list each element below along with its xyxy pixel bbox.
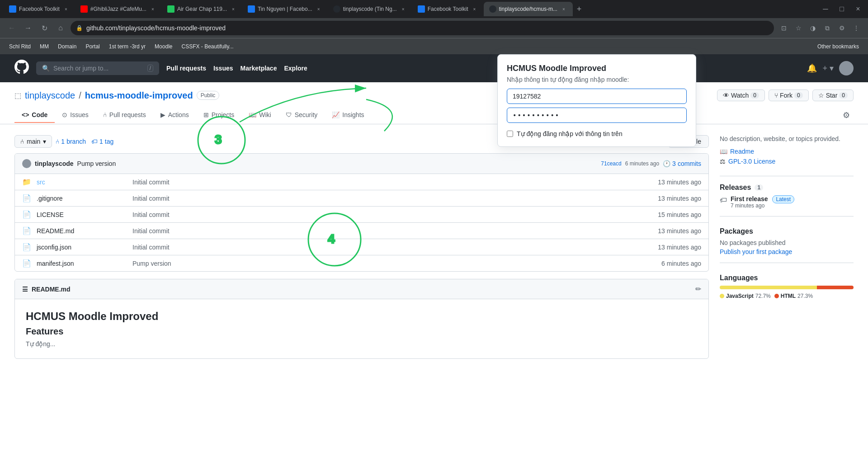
nav-explore[interactable]: Explore: [284, 65, 307, 72]
tab-facebook-toolkit-2[interactable]: Facebook Toolkit ×: [412, 2, 484, 16]
star-button[interactable]: ☆ Star 0: [812, 89, 854, 101]
home-button[interactable]: ⌂: [54, 22, 67, 34]
bookmark-icon[interactable]: ☆: [792, 22, 805, 34]
readme-edit-button[interactable]: ✏: [695, 285, 701, 293]
create-new-button[interactable]: + ▾: [822, 63, 834, 73]
tab-pull-requests[interactable]: ⑃ Pull requests: [96, 108, 153, 123]
bookmark-mm[interactable]: MM: [36, 42, 52, 52]
tab-ghibli[interactable]: #GhibliJazz #CafeMu... ×: [75, 2, 162, 16]
address-bar[interactable]: 🔒 github.com/tinplayscode/hcmus-moodle-i…: [71, 21, 774, 35]
tab-close-btn[interactable]: ×: [560, 5, 567, 13]
close-btn[interactable]: ×: [852, 3, 864, 15]
tab-title: #GhibliJazz #CafeMu...: [90, 6, 146, 12]
tab-close-btn[interactable]: ×: [62, 5, 70, 13]
tab-hcmus-active[interactable]: tinplayscode/hcmus-m... ×: [484, 2, 573, 16]
js-lang-name: JavaScript: [726, 293, 754, 299]
extension-icon[interactable]: ⧉: [821, 22, 834, 34]
watch-count: 0: [750, 92, 759, 99]
tags-link[interactable]: 🏷 1 tag: [91, 138, 113, 145]
nav-marketplace[interactable]: Marketplace: [241, 65, 277, 72]
tab-code[interactable]: <> Code: [14, 108, 55, 123]
more-icon[interactable]: ⋮: [850, 22, 863, 34]
search-icon: 🔍: [42, 65, 50, 72]
repo-settings-gear[interactable]: ⚙: [839, 107, 854, 124]
tab-label: Projects: [212, 111, 235, 118]
tab-issues[interactable]: ⊙ Issues: [55, 108, 95, 123]
tab-tinplayscode[interactable]: tinplayscode (Tin Ng... ×: [328, 2, 412, 16]
user-avatar[interactable]: [839, 61, 854, 75]
profile-icon[interactable]: ◑: [807, 22, 819, 34]
tab-close-btn[interactable]: ×: [315, 5, 322, 13]
tab-airgear[interactable]: Air Gear Chap 119... ×: [162, 2, 242, 16]
publish-package-link[interactable]: Publish your first package: [720, 248, 792, 255]
file-name-link[interactable]: .gitignore: [37, 195, 127, 202]
bookmark-schl-ritd[interactable]: Schl Ritd: [5, 42, 34, 52]
tab-facebook-toolkit-1[interactable]: Facebook Toolkit ×: [4, 2, 75, 16]
commit-author[interactable]: tinplayscode: [35, 160, 74, 167]
repo-owner-link[interactable]: tinplayscode: [25, 90, 75, 101]
tab-close-btn[interactable]: ×: [471, 5, 478, 13]
other-bookmarks[interactable]: Other bookmarks: [814, 42, 863, 52]
new-tab-button[interactable]: +: [573, 3, 585, 15]
branch-dropdown[interactable]: ⑃ main ▾: [14, 135, 52, 148]
cast-icon[interactable]: ⊡: [778, 22, 790, 34]
minimize-btn[interactable]: ─: [819, 3, 832, 15]
browser-chrome: Facebook Toolkit × #GhibliJazz #CafeMu..…: [0, 0, 868, 54]
username-input[interactable]: [507, 89, 687, 104]
language-bar: [720, 286, 854, 289]
auto-login-checkbox[interactable]: [507, 131, 513, 137]
file-time: 15 minutes ago: [658, 211, 701, 218]
bookmark-cssfx[interactable]: CSSFX - Beautifully...: [178, 42, 237, 52]
password-input[interactable]: [507, 108, 687, 123]
file-name-link[interactable]: jsconfig.json: [37, 244, 127, 251]
tab-wiki[interactable]: 📖 Wiki: [241, 108, 278, 123]
bookmark-portal[interactable]: Portal: [82, 42, 103, 52]
file-row: 📄 .gitignore Initial commit 13 minutes a…: [15, 190, 708, 207]
nav-issues[interactable]: Issues: [213, 65, 233, 72]
release-name-row: First release Latest: [731, 195, 794, 202]
tab-close-btn[interactable]: ×: [149, 5, 156, 13]
github-logo[interactable]: [14, 60, 29, 77]
reload-button[interactable]: ↻: [38, 22, 51, 34]
nav-pull-requests[interactable]: Pull requests: [166, 65, 206, 72]
file-name-link[interactable]: src: [37, 179, 127, 186]
file-name-link[interactable]: README.md: [37, 227, 127, 235]
tab-close-btn[interactable]: ×: [400, 5, 407, 13]
commit-hash-link[interactable]: 71ceacd: [601, 160, 621, 167]
tab-security[interactable]: 🛡 Security: [278, 108, 325, 123]
tab-projects[interactable]: ⊞ Projects: [196, 108, 242, 123]
tab-actions[interactable]: ▶ Actions: [153, 108, 196, 123]
fork-button[interactable]: ⑂ Fork 0: [769, 89, 809, 101]
notifications-bell[interactable]: 🔔: [807, 63, 817, 73]
file-name-link[interactable]: LICENSE: [37, 211, 127, 218]
release-name-link[interactable]: First release: [731, 195, 768, 202]
readme-text: Tự động...: [26, 340, 698, 348]
repo-name-link[interactable]: hcmus-moodle-improved: [85, 90, 193, 101]
file-time: 6 minutes ago: [661, 260, 701, 267]
history-icon: 🕐: [663, 160, 670, 167]
bookmark-domain[interactable]: Domain: [54, 42, 80, 52]
readme-h2: Features: [26, 326, 698, 337]
tab-close-btn[interactable]: ×: [230, 5, 237, 13]
license-link[interactable]: GPL-3.0 License: [728, 158, 775, 165]
file-name-link[interactable]: manifest.json: [37, 260, 127, 267]
tab-insights[interactable]: 📈 Insights: [325, 108, 371, 123]
branches-link[interactable]: ⑃ 1 branch: [56, 138, 86, 145]
readme-link[interactable]: Readme: [730, 148, 754, 155]
file-row: 📄 jsconfig.json Initial commit 13 minute…: [15, 239, 708, 255]
bookmark-moodle[interactable]: Moodle: [151, 42, 176, 52]
readme-content: HCMUS Moodle Improved Features Tự động..…: [15, 299, 708, 358]
commits-link[interactable]: 🕐 3 commits: [663, 160, 701, 167]
bookmark-1st-term[interactable]: 1st term -3rd yr: [105, 42, 149, 52]
tab-tin-nguyen[interactable]: Tin Nguyen | Facebo... ×: [242, 2, 328, 16]
html-color-dot: [774, 294, 779, 298]
maximize-btn[interactable]: □: [835, 3, 848, 15]
puzzle-icon[interactable]: ⚙: [835, 22, 848, 34]
search-bar[interactable]: 🔍 Search or jump to... /: [36, 61, 159, 75]
nav-bar: ← → ↻ ⌂ 🔒 github.com/tinplayscode/hcmus-…: [0, 18, 868, 38]
html-lang-pct: 27.3%: [797, 293, 813, 299]
forward-button[interactable]: →: [22, 22, 34, 34]
commit-avatar: [22, 159, 31, 168]
back-button[interactable]: ←: [5, 22, 18, 34]
watch-button[interactable]: 👁 Watch 0: [717, 89, 765, 101]
